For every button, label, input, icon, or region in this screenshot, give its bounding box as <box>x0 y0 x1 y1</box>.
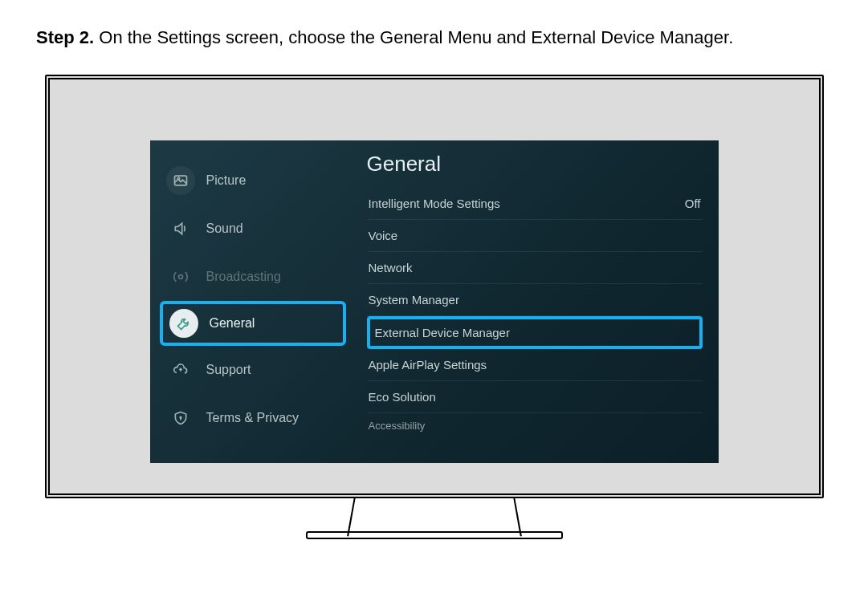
option-eco-solution[interactable]: Eco Solution <box>367 381 703 413</box>
option-label: Accessibility <box>369 420 426 432</box>
sidebar-item-label: Broadcasting <box>206 270 281 284</box>
option-system-manager[interactable]: System Manager <box>367 284 703 316</box>
sound-icon <box>166 214 195 243</box>
option-label: Intelligent Mode Settings <box>369 197 500 210</box>
option-label: Eco Solution <box>369 390 436 404</box>
option-voice[interactable]: Voice <box>367 220 703 252</box>
sidebar-item-label: Picture <box>206 173 247 188</box>
option-label: External Device Manager <box>375 326 510 339</box>
settings-content: General Intelligent Mode Settings Off Vo… <box>351 140 719 463</box>
shield-icon <box>166 404 195 433</box>
step-text: On the Settings screen, choose the Gener… <box>99 27 733 47</box>
monitor-stand <box>45 497 824 539</box>
option-label: Apple AirPlay Settings <box>369 358 487 372</box>
option-apple-airplay[interactable]: Apple AirPlay Settings <box>367 349 703 381</box>
svg-point-3 <box>180 416 181 418</box>
option-external-device-manager[interactable]: External Device Manager <box>367 316 703 349</box>
sidebar-item-support[interactable]: Support <box>160 346 346 394</box>
option-label: Network <box>369 261 413 274</box>
option-value: Off <box>685 197 701 210</box>
settings-sidebar: Picture Sound <box>150 140 351 463</box>
sidebar-item-label: Support <box>206 363 251 377</box>
settings-screen: Picture Sound <box>150 140 719 463</box>
option-accessibility[interactable]: Accessibility <box>367 413 703 441</box>
option-label: Voice <box>369 229 398 242</box>
wrench-icon <box>169 309 198 338</box>
monitor: Picture Sound <box>45 75 824 539</box>
sidebar-item-label: Sound <box>206 221 243 236</box>
broadcast-icon <box>166 262 195 291</box>
step-instruction: Step 2. On the Settings screen, choose t… <box>36 24 832 51</box>
cloud-icon <box>166 355 195 384</box>
svg-point-2 <box>178 275 182 279</box>
picture-icon <box>166 166 195 195</box>
step-label: Step 2. <box>36 27 94 47</box>
content-title: General <box>367 152 703 188</box>
sidebar-item-label: Terms & Privacy <box>206 411 300 425</box>
sidebar-item-general[interactable]: General <box>160 301 346 346</box>
option-network[interactable]: Network <box>367 252 703 284</box>
option-label: System Manager <box>369 293 459 307</box>
svg-point-1 <box>177 177 180 180</box>
sidebar-item-terms-privacy[interactable]: Terms & Privacy <box>160 394 346 442</box>
sidebar-item-sound[interactable]: Sound <box>160 205 346 253</box>
sidebar-item-broadcasting[interactable]: Broadcasting <box>160 253 346 301</box>
monitor-screen: Picture Sound <box>45 75 824 498</box>
sidebar-item-picture[interactable]: Picture <box>160 156 346 205</box>
option-intelligent-mode[interactable]: Intelligent Mode Settings Off <box>367 188 703 220</box>
sidebar-item-label: General <box>210 316 255 331</box>
